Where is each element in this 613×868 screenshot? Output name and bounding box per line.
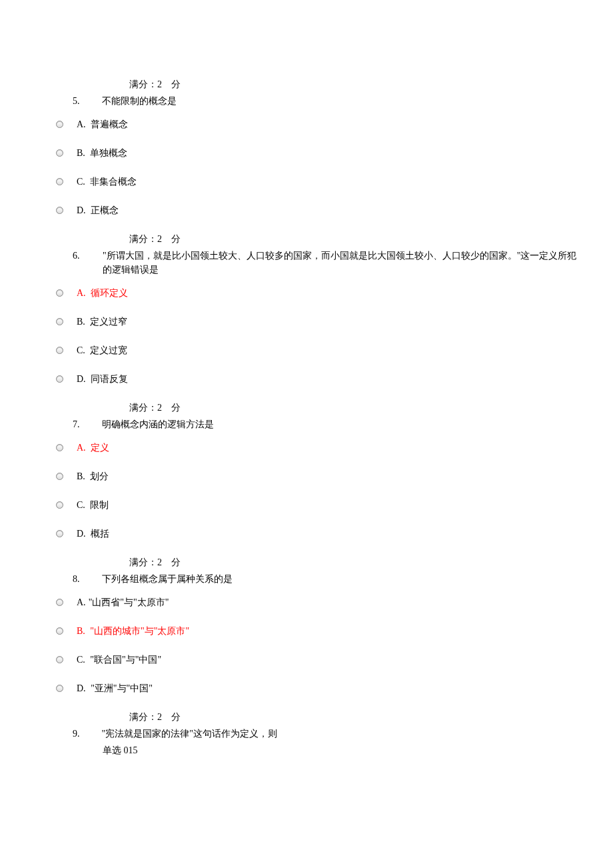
score-suffix: 分 bbox=[171, 403, 181, 413]
option-row: D. "亚洲"与"中国" bbox=[56, 681, 580, 695]
option-row: C. 定义过宽 bbox=[56, 343, 580, 357]
option-8c: C. "联合国"与"中国" bbox=[77, 653, 161, 667]
score-line: 满分：2 分 bbox=[129, 710, 580, 724]
option-row: B. 定义过窄 bbox=[56, 315, 580, 329]
option-5b: B. 单独概念 bbox=[77, 146, 127, 160]
option-row: A. 循环定义 bbox=[56, 286, 580, 300]
radio-icon[interactable] bbox=[56, 530, 63, 537]
option-5a: A. 普遍概念 bbox=[77, 117, 128, 131]
option-row: A. 普遍概念 bbox=[56, 117, 580, 131]
score-suffix: 分 bbox=[171, 234, 181, 244]
radio-icon[interactable] bbox=[56, 375, 63, 383]
score-prefix: 满分： bbox=[129, 557, 157, 567]
score-value: 2 bbox=[157, 712, 162, 722]
radio-icon[interactable] bbox=[56, 289, 63, 297]
option-row: B. "山西的城市"与"太原市" bbox=[56, 624, 580, 638]
option-8d: D. "亚洲"与"中国" bbox=[77, 681, 153, 695]
radio-icon[interactable] bbox=[56, 444, 63, 451]
score-line: 满分：2 分 bbox=[129, 555, 580, 569]
option-row: C. 非集合概念 bbox=[56, 175, 580, 189]
score-prefix: 满分： bbox=[129, 712, 157, 722]
question-9: 9. "宪法就是国家的法律"这句话作为定义，则 bbox=[56, 727, 580, 741]
question-number: 7. bbox=[73, 417, 99, 431]
question-number: 9. bbox=[73, 727, 99, 741]
option-row: A."山西省"与"太原市" bbox=[56, 595, 580, 609]
question-text: 明确概念内涵的逻辑方法是 bbox=[102, 419, 214, 429]
option-6d: D. 同语反复 bbox=[77, 372, 128, 386]
radio-icon[interactable] bbox=[56, 207, 63, 214]
radio-icon[interactable] bbox=[56, 121, 63, 128]
question-number: 8. bbox=[73, 572, 99, 586]
question-number: 5. bbox=[73, 94, 99, 108]
option-5d: D. 正概念 bbox=[77, 203, 119, 217]
radio-icon[interactable] bbox=[56, 656, 63, 663]
option-6a: A. 循环定义 bbox=[77, 286, 128, 300]
question-text: 不能限制的概念是 bbox=[102, 96, 177, 106]
score-value: 2 bbox=[157, 234, 162, 244]
option-8b: B. "山西的城市"与"太原市" bbox=[77, 624, 189, 638]
radio-icon[interactable] bbox=[56, 178, 63, 185]
question-5: 5. 不能限制的概念是 bbox=[56, 94, 580, 108]
score-prefix: 满分： bbox=[129, 234, 157, 244]
score-value: 2 bbox=[157, 79, 162, 89]
option-row: D. 概括 bbox=[56, 527, 580, 541]
question-6: 6."所谓大国，就是比小国领土较大、人口较多的国家，而小国就是比大国领土较小、人… bbox=[56, 249, 580, 277]
score-suffix: 分 bbox=[171, 79, 181, 89]
score-value: 2 bbox=[157, 557, 162, 567]
option-row: B. 划分 bbox=[56, 469, 580, 483]
score-suffix: 分 bbox=[171, 712, 181, 722]
option-row: B. 单独概念 bbox=[56, 146, 580, 160]
score-line: 满分：2 分 bbox=[129, 232, 580, 246]
question-text: 下列各组概念属于属种关系的是 bbox=[102, 574, 233, 584]
question-8: 8. 下列各组概念属于属种关系的是 bbox=[56, 572, 580, 586]
option-row: D. 正概念 bbox=[56, 203, 580, 217]
option-6b: B. 定义过窄 bbox=[77, 315, 127, 329]
option-7b: B. 划分 bbox=[77, 469, 109, 483]
option-7d: D. 概括 bbox=[77, 527, 109, 541]
question-7: 7. 明确概念内涵的逻辑方法是 bbox=[56, 417, 580, 431]
radio-icon[interactable] bbox=[56, 685, 63, 692]
option-6c: C. 定义过宽 bbox=[77, 343, 127, 357]
question-text: "宪法就是国家的法律"这句话作为定义，则 bbox=[102, 729, 277, 739]
option-row: D. 同语反复 bbox=[56, 372, 580, 386]
score-line: 满分：2 分 bbox=[129, 401, 580, 415]
score-suffix: 分 bbox=[171, 557, 181, 567]
option-7c: C. 限制 bbox=[77, 498, 109, 512]
radio-icon[interactable] bbox=[56, 599, 63, 606]
radio-icon[interactable] bbox=[56, 149, 63, 157]
option-8a: A."山西省"与"太原市" bbox=[77, 595, 169, 609]
score-prefix: 满分： bbox=[129, 403, 157, 413]
option-row: C. 限制 bbox=[56, 498, 580, 512]
score-prefix: 满分： bbox=[129, 79, 157, 89]
option-row: C. "联合国"与"中国" bbox=[56, 653, 580, 667]
score-value: 2 bbox=[157, 403, 162, 413]
radio-icon[interactable] bbox=[56, 501, 63, 509]
radio-icon[interactable] bbox=[56, 473, 63, 480]
question-text: "所谓大国，就是比小国领土较大、人口较多的国家，而小国就是比大国领土较小、人口较… bbox=[103, 251, 576, 275]
option-7a: A. 定义 bbox=[77, 441, 109, 455]
option-5c: C. 非集合概念 bbox=[77, 175, 137, 189]
radio-icon[interactable] bbox=[56, 347, 63, 354]
radio-icon[interactable] bbox=[56, 627, 63, 635]
question-number: 6. bbox=[73, 249, 103, 263]
score-line: 满分：2 分 bbox=[129, 77, 580, 91]
radio-icon[interactable] bbox=[56, 318, 63, 325]
option-row: A. 定义 bbox=[56, 441, 580, 455]
footer-text: 单选 015 bbox=[103, 743, 580, 757]
